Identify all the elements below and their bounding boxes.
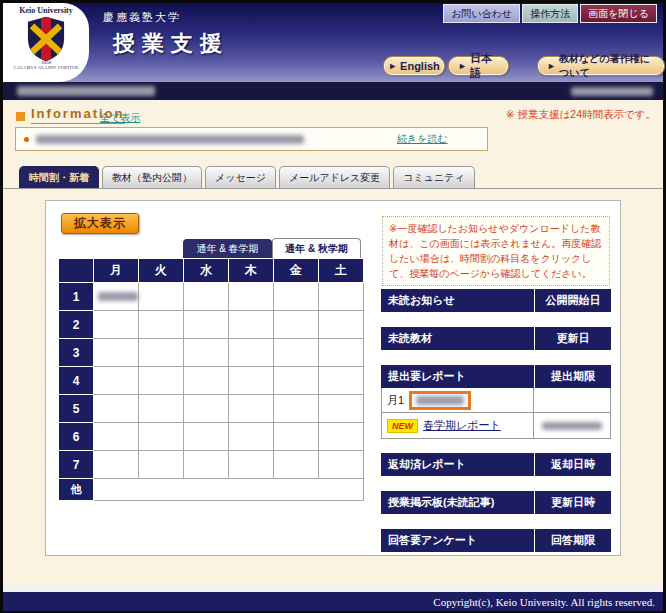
day-header-tue: 火 <box>139 259 184 283</box>
timetable-cell <box>139 395 184 423</box>
timetable-cell <box>94 339 139 367</box>
timetable-cell <box>184 395 229 423</box>
tab-materials[interactable]: 教材（塾内公開） <box>102 166 202 188</box>
report-deadline-cell <box>533 388 610 412</box>
timetable-cell <box>319 339 364 367</box>
logo-motto: CALAMVS GLADIO FORTIOR <box>14 65 79 70</box>
arrow-icon: ► <box>388 61 397 71</box>
report-row-new: NEW 春学期レポート <box>381 413 611 439</box>
english-button-label: English <box>400 60 440 72</box>
screen: Keio University 1858 CALAMVS GLADIO FORT… <box>0 0 666 613</box>
highlighted-course-link[interactable] <box>409 391 471 410</box>
new-badge: NEW <box>387 419 418 433</box>
section-title: 授業掲示板(未読記事) <box>381 491 534 514</box>
timetable-cell <box>184 451 229 479</box>
period-label-2: 2 <box>59 311 94 339</box>
redacted-deadline <box>542 422 602 430</box>
timetable-row: 4 <box>59 367 364 395</box>
timetable-cell <box>184 339 229 367</box>
report-row-course: 月1 <box>381 388 611 413</box>
confirmation-notice: ※一度確認したお知らせやダウンロードした教材は、この画面には表示されません。再度… <box>382 216 610 286</box>
japanese-button[interactable]: ► 日本語 <box>449 57 508 75</box>
report-link-cell: NEW 春学期レポート <box>382 413 533 438</box>
timetable-other-row: 他 <box>59 479 364 501</box>
timetable-cell <box>184 367 229 395</box>
timetable-cell <box>319 311 364 339</box>
section-title: 未読お知らせ <box>381 289 534 312</box>
japanese-button-label: 日本語 <box>470 51 499 81</box>
timetable-cell <box>229 395 274 423</box>
tab-spring-semester[interactable]: 通年 & 春学期 <box>183 239 272 258</box>
section-date-header: 返却日時 <box>534 453 611 476</box>
timetable-cell <box>274 451 319 479</box>
period-label-4: 4 <box>59 367 94 395</box>
timetable-cell <box>184 423 229 451</box>
enlarge-view-button[interactable]: 拡大表示 <box>61 213 139 234</box>
day-header-fri: 金 <box>274 259 319 283</box>
section-title: 提出要レポート <box>381 365 534 388</box>
university-name-japanese: 慶應義塾大学 <box>103 10 181 25</box>
close-screen-button[interactable]: 画面を閉じる <box>580 4 657 23</box>
section-title: 回答要アンケート <box>381 529 534 552</box>
timetable-cell <box>139 451 184 479</box>
timetable-cell <box>94 367 139 395</box>
timetable-cell <box>274 339 319 367</box>
section-unread-materials: 未読教材 更新日 <box>381 327 611 350</box>
timetable-cell <box>274 423 319 451</box>
tab-timetable-new[interactable]: 時間割・新着 <box>19 166 99 188</box>
user-info-bar <box>3 82 663 100</box>
timetable-cell <box>319 283 364 311</box>
section-unread-notices: 未読お知らせ 公開開始日 <box>381 289 611 312</box>
timetable-cell <box>274 311 319 339</box>
timetable-cell <box>274 395 319 423</box>
timetable-corner-cell <box>59 259 94 283</box>
redacted-announcement <box>36 135 304 144</box>
period-label-5: 5 <box>59 395 94 423</box>
timetable-row: 1 <box>59 283 364 311</box>
tab-community[interactable]: コミュニティ <box>393 166 474 188</box>
section-title: 未読教材 <box>381 327 534 350</box>
day-header-mon: 月 <box>94 259 139 283</box>
copyright-text: Copyright(c), Keio University. All right… <box>433 596 655 608</box>
english-button[interactable]: ► English <box>384 57 444 75</box>
show-all-link[interactable]: 全て表示 <box>100 111 140 125</box>
tab-autumn-semester[interactable]: 通年 & 秋学期 <box>272 238 361 258</box>
timetable-cell <box>229 283 274 311</box>
section-returned-reports: 返却済レポート 返却日時 <box>381 453 611 476</box>
timetable-row: 7 <box>59 451 364 479</box>
report-period-label: 月1 <box>387 393 404 408</box>
contact-button[interactable]: お問い合わせ <box>443 4 520 23</box>
timetable-cell <box>229 339 274 367</box>
materials-copyright-button[interactable]: ► 教材などの著作権について <box>538 57 664 75</box>
24hour-note: ※ 授業支援は24時間表示です。 <box>506 108 656 122</box>
semester-report-link[interactable]: 春学期レポート <box>423 418 501 433</box>
section-date-header: 公開開始日 <box>534 289 611 312</box>
read-more-link[interactable]: 続きを読む <box>397 132 448 146</box>
timetable-cell <box>139 339 184 367</box>
main-tab-bar: 時間割・新着 教材（塾内公開） メッセージ メールアドレス変更 コミュニティ <box>3 166 663 189</box>
timetable-cell <box>274 367 319 395</box>
timetable-cell <box>94 451 139 479</box>
right-panel: ※一度確認したお知らせやダウンロードした教材は、この画面には表示されません。再度… <box>381 201 611 557</box>
tab-messages[interactable]: メッセージ <box>205 166 276 188</box>
timetable-cell <box>94 395 139 423</box>
timetable-cell <box>319 423 364 451</box>
information-list-box: 続きを読む <box>15 127 488 151</box>
header: Keio University 1858 CALAMVS GLADIO FORT… <box>3 3 663 82</box>
help-button[interactable]: 操作方法 <box>522 4 578 23</box>
content-box: 拡大表示 通年 & 春学期 通年 & 秋学期 月 火 水 木 金 土 1 <box>45 200 621 556</box>
timetable-cell <box>184 283 229 311</box>
redacted-datetime <box>571 87 653 96</box>
section-title: 返却済レポート <box>381 453 534 476</box>
period-label-other: 他 <box>59 479 94 501</box>
period-label-1: 1 <box>59 283 94 311</box>
timetable-cell <box>139 423 184 451</box>
timetable-cell <box>94 283 139 311</box>
tab-email-change[interactable]: メールアドレス変更 <box>279 166 390 188</box>
timetable-row: 6 <box>59 423 364 451</box>
redacted-course-link[interactable] <box>98 292 138 301</box>
footer-gap <box>3 585 663 592</box>
app-title: 授業支援 <box>113 29 229 59</box>
keio-logo: Keio University 1858 CALAMVS GLADIO FORT… <box>3 3 89 82</box>
period-label-7: 7 <box>59 451 94 479</box>
